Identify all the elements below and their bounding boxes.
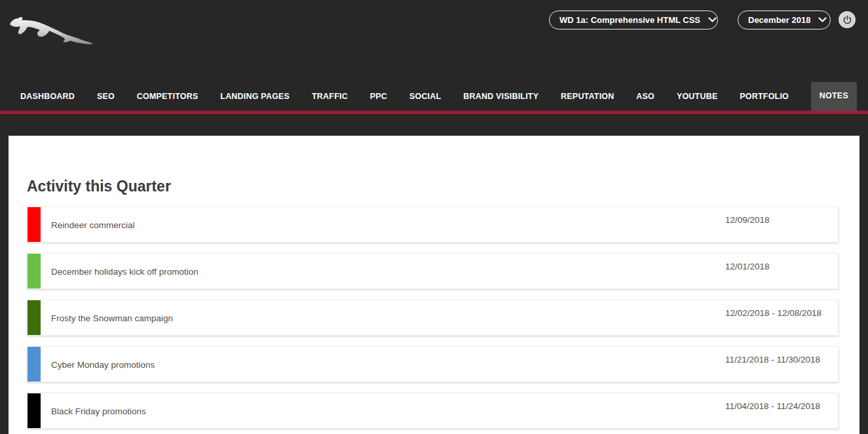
activity-row[interactable]: Black Friday promotions 11/04/2018 - 11/… <box>27 393 839 429</box>
nav-item[interactable]: TRAFFIC <box>312 82 348 111</box>
nav-item[interactable]: DASHBOARD <box>20 82 75 111</box>
activity-color-bar <box>28 347 41 382</box>
nav-item[interactable]: NOTES <box>811 81 857 111</box>
chevron-down-icon <box>708 17 717 23</box>
activity-label: Cyber Monday promotions <box>51 359 155 369</box>
red-divider <box>0 111 868 114</box>
chevron-down-icon <box>818 17 827 23</box>
activity-list: Reindeer commercial 12/09/2018 December … <box>9 207 859 429</box>
month-dropdown-value: December 2018 <box>748 15 810 25</box>
activity-label: Black Friday promotions <box>51 406 146 416</box>
activity-date: 12/09/2018 <box>725 215 770 225</box>
activity-date: 12/02/2018 - 12/08/2018 <box>725 308 821 318</box>
activity-date: 11/04/2018 - 11/24/2018 <box>725 401 820 411</box>
activity-color-bar <box>28 254 41 288</box>
power-button[interactable] <box>839 11 856 28</box>
activity-row[interactable]: Cyber Monday promotions 11/21/2018 - 11/… <box>27 346 839 382</box>
activity-label: December holidays kick off promotion <box>51 266 198 276</box>
activity-color-bar <box>28 393 41 428</box>
activity-date: 11/21/2018 - 11/30/2018 <box>725 355 820 365</box>
nav-item[interactable]: SOCIAL <box>409 82 441 111</box>
nav-item[interactable]: PORTFOLIO <box>740 82 789 111</box>
activity-date: 12/01/2018 <box>725 262 770 271</box>
course-dropdown[interactable]: WD 1a: Comprehensive HTML CSS <box>549 10 718 30</box>
nav-item[interactable]: SEO <box>97 82 115 111</box>
jaguar-leaper-logo <box>9 11 96 48</box>
page-title: Activity this Quarter <box>9 136 859 196</box>
activity-row[interactable]: December holidays kick off promotion 12/… <box>27 253 839 289</box>
nav-item[interactable]: BRAND VISIBILITY <box>463 82 538 111</box>
power-icon <box>842 15 852 25</box>
month-dropdown[interactable]: December 2018 <box>738 10 831 30</box>
activity-color-bar <box>28 300 41 335</box>
top-header: WD 1a: Comprehensive HTML CSS December 2… <box>0 0 868 82</box>
nav-item[interactable]: COMPETITORS <box>137 82 198 111</box>
nav-item[interactable]: LANDING PAGES <box>220 82 290 111</box>
activity-label: Frosty the Snowman campaign <box>51 313 173 323</box>
main-nav: DASHBOARD SEO COMPETITORS LANDING PAGES … <box>20 82 857 111</box>
activity-row[interactable]: Frosty the Snowman campaign 12/02/2018 -… <box>27 300 839 336</box>
activity-row[interactable]: Reindeer commercial 12/09/2018 <box>27 207 839 243</box>
nav-item[interactable]: YOUTUBE <box>677 82 718 111</box>
course-dropdown-value: WD 1a: Comprehensive HTML CSS <box>559 15 700 25</box>
content-panel: Activity this Quarter Reindeer commercia… <box>9 136 859 434</box>
activity-label: Reindeer commercial <box>51 220 135 229</box>
nav-item[interactable]: PPC <box>370 82 387 111</box>
activity-color-bar <box>28 207 41 242</box>
nav-item[interactable]: REPUTATION <box>561 82 614 111</box>
nav-item[interactable]: ASO <box>636 82 654 111</box>
